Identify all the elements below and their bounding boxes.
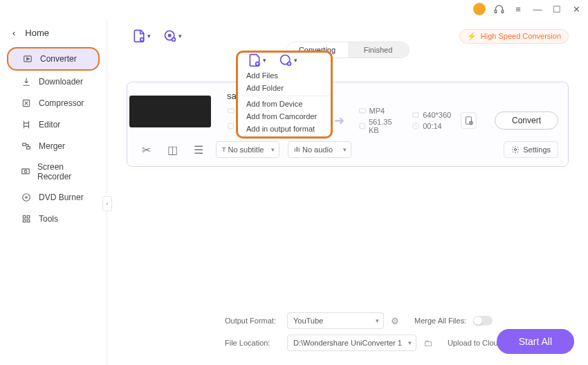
svg-point-8	[24, 170, 27, 173]
add-buttons-group: ▾ ▾	[132, 29, 182, 43]
close-icon[interactable]: ✕	[570, 3, 582, 15]
sidebar-item-label: Merger	[39, 141, 65, 151]
svg-rect-5	[23, 143, 26, 146]
minimize-icon[interactable]: —	[531, 3, 544, 15]
sidebar-item-merger[interactable]: Merger	[7, 136, 100, 157]
converter-icon	[22, 53, 33, 64]
svg-point-17	[169, 35, 171, 37]
page-gear-icon	[464, 116, 474, 125]
dst-size: 561.35 KB	[369, 118, 402, 134]
output-settings[interactable]	[461, 112, 477, 129]
svg-point-9	[23, 194, 30, 202]
svg-rect-13	[23, 220, 26, 222]
add-dvd-button[interactable]: ▾	[279, 53, 297, 67]
merge-label: Merge All Files:	[414, 317, 466, 325]
avatar[interactable]	[473, 3, 486, 15]
dvd-icon	[21, 192, 32, 203]
dd-add-camcorder[interactable]: Add from Camcorder	[238, 110, 331, 123]
chevron-down-icon: ▾	[294, 57, 297, 64]
sidebar-item-compressor[interactable]: Compressor	[7, 93, 100, 114]
merger-icon	[21, 141, 32, 152]
dd-add-device[interactable]: Add from Device	[238, 98, 331, 110]
dest-info-2: 640*360 00:14	[412, 111, 451, 130]
screen-recorder-icon	[21, 166, 30, 177]
add-file-button[interactable]: ▾	[132, 29, 151, 43]
dd-add-files[interactable]: Add Files	[238, 69, 331, 82]
output-format-select[interactable]: YouTube	[287, 312, 384, 329]
settings-button[interactable]: Settings	[504, 141, 558, 158]
merge-toggle[interactable]	[473, 316, 493, 326]
editor-icon	[21, 119, 32, 130]
svg-rect-6	[27, 147, 30, 150]
svg-point-33	[515, 149, 517, 151]
svg-rect-22	[228, 109, 235, 113]
svg-rect-7	[22, 169, 30, 174]
svg-rect-1	[502, 10, 504, 12]
svg-rect-23	[228, 123, 234, 129]
svg-rect-28	[413, 113, 419, 117]
output-format-label: Output Format:	[225, 317, 280, 325]
dst-format: MP4	[369, 107, 385, 115]
folder-icon[interactable]: 🗀	[423, 338, 432, 348]
tools-icon	[21, 213, 32, 224]
back-home[interactable]: ‹ Home	[0, 22, 107, 46]
dest-info: MP4 561.35 KB	[358, 107, 403, 134]
divider	[238, 96, 331, 96]
dropdown-header: ▾ ▾	[238, 53, 331, 68]
svg-rect-14	[27, 220, 30, 222]
sidebar-item-tools[interactable]: Tools	[7, 208, 100, 229]
maximize-icon[interactable]: ☐	[551, 3, 563, 15]
start-all-button[interactable]: Start All	[497, 329, 574, 354]
chevron-down-icon: ▾	[147, 33, 151, 39]
add-file-icon	[132, 29, 146, 43]
subtitle-select[interactable]: TNo subtitle	[216, 141, 279, 158]
high-speed-conversion[interactable]: ⚡ High Speed Conversion	[459, 29, 569, 44]
dst-dur: 00:14	[423, 122, 442, 130]
convert-button[interactable]: Convert	[495, 112, 558, 130]
sidebar-item-converter[interactable]: Converter	[7, 47, 100, 71]
menu-icon[interactable]: ≡	[512, 3, 524, 15]
titlebar: ≡ — ☐ ✕	[0, 0, 588, 18]
crop-icon[interactable]: ◫	[163, 142, 181, 157]
sidebar-item-label: DVD Burner	[39, 193, 84, 202]
sidebar-item-label: Screen Recorder	[37, 162, 90, 181]
file-location-select[interactable]: D:\Wondershare UniConverter 1	[287, 335, 416, 351]
dst-res: 640*360	[423, 111, 451, 119]
trim-icon[interactable]: ✂	[137, 142, 155, 157]
svg-rect-27	[359, 123, 365, 129]
add-file-icon	[248, 53, 261, 67]
bolt-icon: ⚡	[467, 32, 477, 41]
add-dropdown: ▾ ▾ Add Files Add Folder Add from Device…	[236, 51, 333, 139]
upload-label: Upload to Cloud	[448, 339, 502, 347]
svg-rect-12	[27, 215, 30, 218]
add-file-button[interactable]: ▾	[248, 53, 266, 67]
sidebar-item-label: Editor	[39, 120, 60, 130]
svg-point-10	[26, 197, 27, 198]
add-dvd-icon	[279, 53, 293, 67]
sidebar-item-label: Compressor	[39, 98, 84, 108]
sidebar-item-dvd-burner[interactable]: DVD Burner	[7, 187, 100, 208]
sidebar: ‹ Home Converter Downloader Compressor E…	[0, 18, 107, 365]
sidebar-item-screen-recorder[interactable]: Screen Recorder	[7, 157, 100, 186]
home-label: Home	[25, 28, 49, 38]
audio-select[interactable]: ıllıNo audio	[288, 141, 351, 158]
dd-add-output[interactable]: Add in output format	[238, 123, 331, 135]
chevron-down-icon: ▾	[178, 33, 182, 39]
chevron-down-icon: ▾	[263, 57, 266, 64]
headset-icon[interactable]	[493, 3, 505, 15]
sidebar-item-label: Tools	[39, 214, 58, 224]
video-thumbnail[interactable]	[129, 96, 211, 127]
svg-marker-3	[27, 57, 30, 60]
effect-icon[interactable]: ☰	[190, 142, 208, 157]
sidebar-item-label: Downloader	[39, 77, 83, 87]
sidebar-item-editor[interactable]: Editor	[7, 114, 100, 135]
svg-rect-26	[359, 109, 365, 113]
download-icon	[21, 76, 32, 87]
add-dvd-button[interactable]: ▾	[163, 29, 182, 43]
format-settings-icon[interactable]: ⚙	[391, 316, 399, 326]
sidebar-item-downloader[interactable]: Downloader	[7, 71, 100, 92]
dd-add-folder[interactable]: Add Folder	[238, 82, 331, 94]
compressor-icon	[21, 98, 32, 109]
bottom-bar: Output Format: YouTube ⚙ Merge All Files…	[225, 312, 574, 357]
tab-finished[interactable]: Finished	[348, 42, 409, 57]
